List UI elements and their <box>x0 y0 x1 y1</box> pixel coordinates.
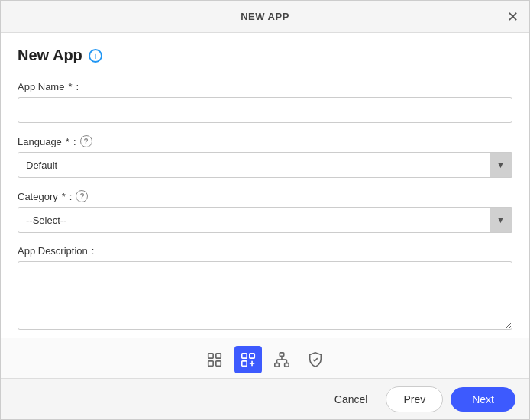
svg-rect-0 <box>208 354 213 358</box>
step-grid-icon[interactable] <box>201 346 228 373</box>
title-bar: NEW APP ✕ <box>1 1 529 33</box>
language-group: Language *: ? Default English Spanish Fr… <box>18 135 512 178</box>
app-name-label: App Name *: <box>18 81 512 92</box>
category-group: Category *: ? --Select-- Business Educat… <box>18 190 512 233</box>
svg-rect-1 <box>216 354 221 358</box>
new-app-dialog: NEW APP ✕ New App i App Name *: Language… <box>0 0 530 420</box>
dialog-content: New App i App Name *: Language *: ? Defa… <box>1 33 529 338</box>
app-description-textarea[interactable] <box>18 261 512 330</box>
cancel-button[interactable]: Cancel <box>324 387 379 412</box>
svg-rect-10 <box>275 363 280 367</box>
svg-rect-6 <box>242 361 247 366</box>
svg-rect-5 <box>250 354 254 358</box>
page-title: New App <box>18 47 82 64</box>
step-grid-add-icon[interactable] <box>234 346 262 373</box>
app-name-input[interactable] <box>18 97 512 123</box>
category-help-icon[interactable]: ? <box>76 190 88 202</box>
category-select[interactable]: --Select-- Business Education Entertainm… <box>18 207 512 233</box>
step-shield-check-icon[interactable] <box>302 346 329 373</box>
language-label: Language *: ? <box>18 135 512 147</box>
language-select-wrapper: Default English Spanish French German ▼ <box>18 152 512 178</box>
svg-rect-4 <box>242 354 247 358</box>
category-select-wrapper: --Select-- Business Education Entertainm… <box>18 207 512 233</box>
step-icons <box>1 338 529 378</box>
dialog-title: NEW APP <box>241 11 289 22</box>
next-button[interactable]: Next <box>451 387 515 412</box>
language-required: * <box>66 136 69 147</box>
app-description-label: App Description: <box>18 245 512 257</box>
app-name-required: * <box>68 81 72 92</box>
step-hierarchy-icon[interactable] <box>268 346 296 373</box>
app-description-group: App Description: <box>18 245 512 333</box>
svg-rect-3 <box>216 361 221 366</box>
close-button[interactable]: ✕ <box>507 10 519 24</box>
category-label: Category *: ? <box>18 190 512 202</box>
prev-button[interactable]: Prev <box>386 386 443 412</box>
app-name-group: App Name *: <box>18 81 512 123</box>
svg-rect-9 <box>280 353 284 357</box>
language-help-icon[interactable]: ? <box>80 135 92 147</box>
category-required: * <box>62 191 66 202</box>
svg-rect-2 <box>208 361 213 366</box>
svg-rect-11 <box>285 363 289 367</box>
info-icon[interactable]: i <box>89 49 102 63</box>
page-heading: New App i <box>18 47 512 64</box>
dialog-footer: Cancel Prev Next <box>1 378 529 419</box>
language-select[interactable]: Default English Spanish French German <box>18 152 512 178</box>
